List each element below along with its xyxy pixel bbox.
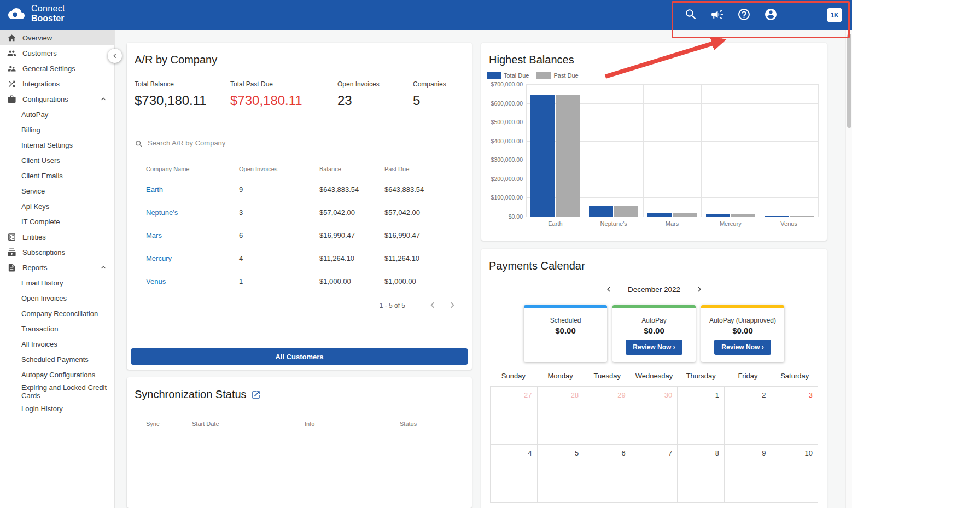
weekday-wednesday: Wednesday: [631, 372, 678, 386]
day-number: 28: [571, 391, 579, 399]
weekday-monday: Monday: [537, 372, 584, 386]
company-link-venus[interactable]: Venus: [146, 277, 166, 285]
sidebar-item-overview[interactable]: Overview: [0, 30, 114, 45]
company-link-neptune-s[interactable]: Neptune's: [146, 208, 178, 217]
sidebar-item-email-history[interactable]: Email History: [0, 275, 114, 290]
sidebar-item-login-history[interactable]: Login History: [0, 401, 114, 416]
calendar-day-4[interactable]: 4: [490, 445, 538, 502]
sidebar-item-client-users[interactable]: Client Users: [0, 153, 114, 168]
calendar-day-9[interactable]: 9: [725, 445, 772, 502]
sidebar-item-entities[interactable]: Entities: [0, 229, 114, 244]
calendar-day-28[interactable]: 28: [538, 387, 585, 444]
chevron-left-icon: [110, 51, 119, 60]
sidebar-item-label: Autopay Configurations: [21, 370, 95, 380]
sidebar-item-service[interactable]: Service: [0, 183, 114, 198]
sidebar-item-it-complete[interactable]: IT Complete: [0, 214, 114, 229]
sidebar-item-company-reconciliation[interactable]: Company Reconciliation: [0, 306, 114, 321]
sidebar-item-label: Client Users: [21, 155, 60, 166]
sidebar-item-reports[interactable]: Reports: [0, 260, 114, 275]
calendar-day-27[interactable]: 27: [490, 387, 538, 444]
review-now-button[interactable]: Review Now ›: [714, 340, 771, 355]
sidebar-item-configurations[interactable]: Configurations: [0, 91, 114, 107]
scrollbar-thumb[interactable]: [847, 34, 851, 128]
open-in-new-icon[interactable]: [251, 390, 261, 400]
calendar-day-2[interactable]: 2: [725, 387, 772, 444]
sidebar-item-autopay[interactable]: AutoPay: [0, 107, 114, 122]
calendar-prev-month-button[interactable]: [602, 282, 616, 296]
weekday-friday: Friday: [725, 372, 772, 386]
sidebar-item-billing[interactable]: Billing: [0, 122, 114, 137]
chart-legend: Total Due Past Due: [487, 72, 818, 79]
ar-search-input[interactable]: [148, 137, 463, 151]
integrations-icon: [7, 79, 16, 89]
company-link-mercury[interactable]: Mercury: [146, 254, 172, 262]
sidebar-collapse-button[interactable]: [108, 49, 122, 63]
sidebar-item-label: Billing: [21, 125, 40, 135]
sidebar-item-label: Transaction: [21, 324, 58, 334]
y-axis-label: $0.00: [490, 213, 523, 220]
calendar-day-3[interactable]: 3: [771, 387, 818, 444]
day-number: 29: [617, 391, 625, 399]
sidebar-item-open-invoices[interactable]: Open Invoices: [0, 290, 114, 306]
cell-past-due: $1,000.00: [384, 277, 463, 285]
sidebar-item-internal-settings[interactable]: Internal Settings: [0, 137, 114, 153]
company-link-earth[interactable]: Earth: [146, 185, 163, 194]
calendar-day-29[interactable]: 29: [584, 387, 631, 444]
bar-past-due-venus: [790, 216, 814, 217]
review-now-button[interactable]: Review Now ›: [626, 340, 682, 355]
cell-past-due: $57,042.00: [384, 208, 463, 217]
column-header-status: Status: [400, 421, 463, 427]
sidebar-item-customers[interactable]: Customers: [0, 45, 114, 61]
sidebar-item-autopay-configurations[interactable]: Autopay Configurations: [0, 367, 114, 382]
sidebar-item-subscriptions[interactable]: Subscriptions: [0, 244, 114, 260]
entities-icon: [7, 232, 16, 242]
search-button[interactable]: [683, 8, 698, 23]
y-axis-label: $400,000.00: [490, 138, 523, 144]
column-header-sync: Sync: [146, 421, 192, 427]
summary-accent: [612, 305, 696, 308]
calendar-day-5[interactable]: 5: [538, 445, 585, 502]
calendar-next-month-button[interactable]: [692, 282, 707, 296]
sidebar-item-label: IT Complete: [21, 217, 60, 227]
bar-past-due-neptune-s: [614, 206, 638, 217]
calendar-day-10[interactable]: 10: [771, 445, 818, 502]
it-complete-button[interactable]: 1K: [827, 8, 842, 22]
announcements-button[interactable]: [709, 8, 725, 23]
search-icon: [135, 139, 144, 149]
calendar-day-7[interactable]: 7: [631, 445, 678, 502]
sidebar-item-api-keys[interactable]: Api Keys: [0, 198, 114, 214]
sidebar-item-expiring-and-locked-credit-cards[interactable]: Expiring and Locked Credit Cards: [0, 382, 114, 401]
sidebar-item-client-emails[interactable]: Client Emails: [0, 168, 114, 183]
sidebar-item-general-settings[interactable]: General Settings: [0, 61, 114, 76]
home-icon: [7, 33, 16, 43]
gridline: [585, 84, 585, 217]
sidebar-item-scheduled-payments[interactable]: Scheduled Payments: [0, 352, 114, 367]
calendar-day-1[interactable]: 1: [678, 387, 725, 444]
bar-past-due-earth: [556, 95, 580, 217]
sidebar-item-transaction[interactable]: Transaction: [0, 321, 114, 336]
gridline: [643, 84, 644, 217]
day-number: 9: [762, 449, 766, 457]
cloud-logo-icon: [5, 5, 27, 22]
account-button[interactable]: [763, 8, 778, 23]
chevron-left-icon: [427, 299, 439, 311]
calendar-day-8[interactable]: 8: [678, 445, 725, 502]
stat-total-balance: Total Balance $730,180.11: [135, 80, 230, 108]
calendar-day-30[interactable]: 30: [631, 387, 678, 444]
all-customers-button[interactable]: All Customers: [131, 348, 468, 365]
brand-line1: Connect: [31, 4, 65, 14]
chevron-right-icon: [446, 299, 458, 311]
company-link-mars[interactable]: Mars: [146, 231, 162, 240]
sidebar-item-integrations[interactable]: Integrations: [0, 76, 114, 91]
help-button[interactable]: [736, 8, 751, 23]
calendar-weekday-row: SundayMondayTuesdayWednesdayThursdayFrid…: [490, 372, 818, 386]
ar-search: [135, 137, 463, 151]
sidebar: OverviewCustomersGeneral SettingsIntegra…: [0, 30, 115, 508]
pagination-prev-button[interactable]: [425, 298, 440, 313]
page-scrollbar[interactable]: [845, 30, 852, 508]
sidebar-item-all-invoices[interactable]: All Invoices: [0, 336, 114, 352]
calendar-day-6[interactable]: 6: [584, 445, 631, 502]
pagination-next-button[interactable]: [445, 298, 460, 313]
brand-logo[interactable]: Connect Booster: [5, 4, 65, 23]
chevron-right-icon: [695, 284, 704, 294]
